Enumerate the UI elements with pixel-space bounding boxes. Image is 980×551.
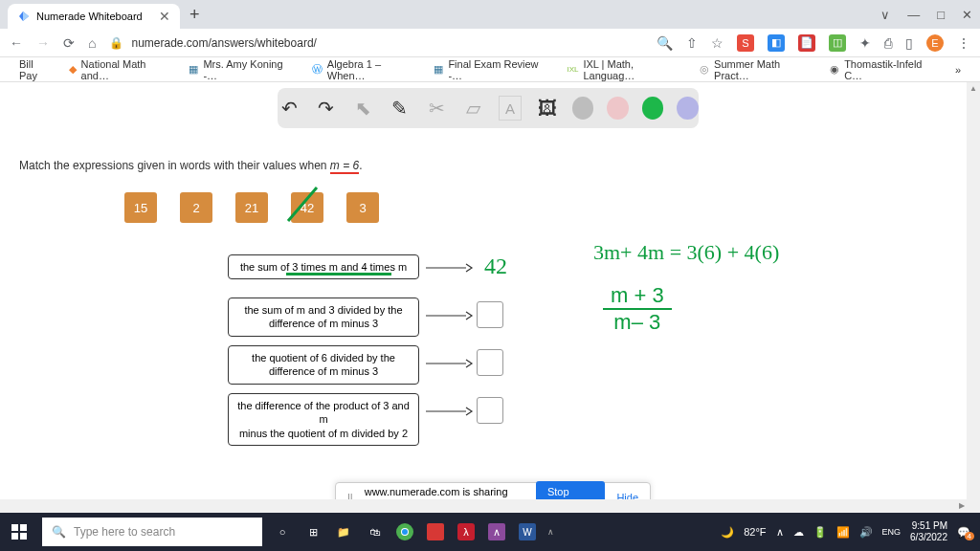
answer-slot[interactable] [477,301,503,328]
bookmark-icon: ◉ [830,63,839,76]
chip[interactable]: 15 [124,192,157,223]
color-purple[interactable] [677,97,699,120]
expression-text: difference of m minus 3 [236,317,411,330]
tray-expand-icon[interactable]: ∧ [776,526,784,539]
close-window-icon[interactable]: ✕ [962,8,972,22]
cast-icon[interactable]: ⎙ [884,35,892,51]
chip[interactable]: 2 [180,192,212,223]
bookmark-item[interactable]: IXLIXL | Math, Languag… [567,58,684,81]
taskview-icon[interactable]: ⊞ [299,513,327,551]
lock-icon: 🔒 [109,36,123,50]
battery-icon[interactable]: 🔋 [813,526,827,539]
onedrive-icon[interactable]: ☁ [793,526,804,539]
bookmark-item[interactable]: ⓌAlgebra 1 – When… [312,58,419,81]
bookmark-item[interactable]: ▦Mrs. Amy Koning -… [189,58,296,81]
bookmarks-overflow[interactable]: » [955,64,961,76]
tools-icon[interactable]: ✂ [425,96,448,121]
arrow-icon [426,406,474,417]
cortana-icon[interactable]: ○ [268,513,297,551]
expression-box[interactable]: the difference of the product of 3 and m… [228,393,419,446]
bookmark-item[interactable]: ◉Thomastik-Infeld C… [830,58,940,81]
eraser-icon[interactable]: ▱ [461,96,484,121]
bookmark-item[interactable]: ▦Final Exam Review -… [434,58,551,81]
undo-icon[interactable]: ↶ [278,96,301,121]
tab-title: Numerade Whiteboard [36,11,143,22]
reader-icon[interactable]: ▯ [905,35,913,51]
expression-text: the difference of the product of 3 and m [236,399,411,427]
url-text: numerade.com/answers/whiteboard/ [131,36,316,50]
chevron-down-icon[interactable]: ∨ [880,8,890,22]
menu-icon[interactable]: ⋮ [957,35,970,51]
app-icon[interactable]: ∧ [482,513,511,551]
chip[interactable]: 3 [346,192,379,223]
redo-icon[interactable]: ↷ [314,96,337,121]
vertical-scrollbar[interactable]: ▲ [967,82,980,513]
taskbar-search[interactable]: 🔍 Type here to search [42,518,262,546]
language-icon[interactable]: ENG [882,527,902,537]
browser-tab[interactable]: Numerade Whiteboard ✕ [8,4,180,29]
color-grey[interactable] [572,97,594,120]
reload-icon[interactable]: ⟳ [63,35,75,51]
clock[interactable]: 9:51 PM 6/3/2022 [910,520,947,543]
chip[interactable]: 21 [235,192,268,223]
wifi-icon[interactable]: 📶 [836,526,850,539]
volume-icon[interactable]: 🔊 [859,526,873,539]
image-icon[interactable]: 🖼 [535,96,558,121]
puzzle-icon[interactable]: ✦ [859,35,871,51]
ext-icon-2[interactable]: ◧ [768,34,785,52]
pointer-icon[interactable]: ⬉ [351,96,374,121]
start-button[interactable] [0,513,38,551]
answer-slot[interactable] [477,397,503,424]
weather-temp[interactable]: 82°F [744,526,766,538]
expression-box[interactable]: the sum of 3 times m and 4 times m [228,254,419,279]
bookmark-label: Algebra 1 – When… [327,58,419,81]
expression-text: difference of m minus 3 [236,364,411,378]
ext-icon-4[interactable]: ◫ [829,34,846,52]
bookmark-label: Summer Math Pract… [714,58,814,81]
bookmark-label: IXL | Math, Languag… [583,58,684,81]
arrow-icon [426,310,474,321]
acrobat-icon[interactable]: λ [452,513,480,551]
bookmark-icon: Ⓦ [312,62,323,77]
explorer-icon[interactable]: 📁 [329,513,358,551]
share-icon[interactable]: ⇧ [686,35,698,51]
expression-text: the sum of m and 3 divided by the [236,303,411,317]
text-icon[interactable]: A [499,96,523,121]
bookmark-item[interactable]: ◆National Math and… [69,58,174,81]
ext-icon-3[interactable]: 📄 [798,34,815,52]
color-pink[interactable] [607,97,629,120]
notification-icon[interactable]: 💬4 [957,526,970,539]
bookmark-icon: ◎ [700,63,709,76]
bookmark-label: Bill Pay [19,58,54,81]
close-icon[interactable]: ✕ [159,9,170,24]
expression-box[interactable]: the sum of m and 3 divided by the differ… [228,298,419,337]
answer-slot[interactable] [477,349,503,376]
expression-box[interactable]: the quotient of 6 divided by the differe… [228,345,419,385]
horizontal-scrollbar[interactable]: ▶ [0,499,967,513]
ext-icon-1[interactable]: S [737,34,754,52]
chip[interactable]: 42 [291,192,323,223]
search-page-icon[interactable]: 🔍 [657,35,673,51]
home-icon[interactable]: ⌂ [88,35,96,51]
back-icon[interactable]: ← [10,35,23,51]
app-icon[interactable] [421,513,450,551]
minimize-icon[interactable]: — [907,8,920,22]
new-tab-button[interactable]: + [189,5,200,25]
forward-icon[interactable]: → [36,35,50,51]
answer-chips: 15 2 21 42 3 [124,192,379,223]
expression-text: minus the quotient of m divided by 2 [236,427,411,440]
bookmark-item[interactable]: Bill Pay [19,58,54,81]
bookmark-icon: ◆ [69,63,77,76]
profile-avatar[interactable]: E [926,34,944,52]
word-icon[interactable]: W [513,513,542,551]
pen-icon[interactable]: ✎ [388,96,411,121]
chrome-icon[interactable] [390,513,419,551]
color-green[interactable] [642,97,664,120]
maximize-icon[interactable]: □ [937,8,945,22]
url-bar[interactable]: 🔒 numerade.com/answers/whiteboard/ [109,36,316,50]
chevron-up-icon[interactable]: ∧ [547,527,554,537]
store-icon[interactable]: 🛍 [360,513,389,551]
bookmark-item[interactable]: ◎Summer Math Pract… [700,58,814,81]
weather-icon[interactable]: 🌙 [721,526,734,539]
star-icon[interactable]: ☆ [711,35,724,51]
